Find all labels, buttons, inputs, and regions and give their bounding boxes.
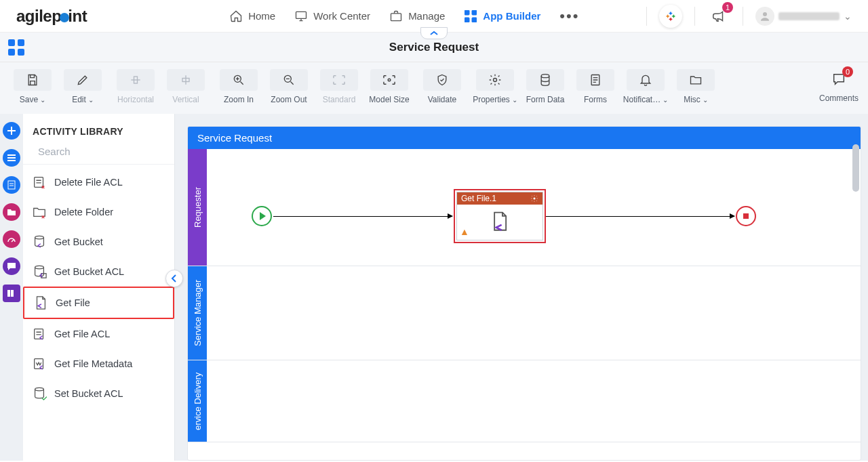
file-acl-get-icon <box>31 326 47 342</box>
nav-home[interactable]: Home <box>229 9 275 23</box>
svg-point-11 <box>388 79 391 81</box>
misc-button[interactable]: Misc⌄ <box>673 69 719 104</box>
align-horizontal-button[interactable]: Horizontal <box>113 69 159 104</box>
scrollbar-thumb[interactable] <box>852 144 859 192</box>
chevron-down-icon: ⌄ <box>88 96 94 104</box>
activity-item[interactable]: Delete Folder <box>23 197 174 227</box>
zoom-standard-button[interactable]: Standard <box>316 69 362 104</box>
lane-body[interactable] <box>207 360 861 442</box>
edge[interactable] <box>273 216 452 217</box>
fit-standard-icon <box>332 74 347 86</box>
rail-item-2[interactable] <box>3 176 20 194</box>
end-node[interactable] <box>736 206 756 226</box>
zoom-out-button[interactable]: Zoom Out <box>266 69 312 104</box>
plus-icon <box>7 126 16 135</box>
shield-check-icon <box>435 73 449 87</box>
nav-app-builder-label: App Builder <box>483 10 540 22</box>
nav-more[interactable]: ••• <box>559 7 579 25</box>
activity-item[interactable]: Set Bucket ACL <box>23 379 174 408</box>
nav-work-center-label: Work Center <box>313 10 370 22</box>
zoom-out-icon <box>282 73 296 87</box>
divider <box>646 7 647 26</box>
properties-button[interactable]: Properties⌄ <box>472 69 518 104</box>
align-vertical-button[interactable]: Vertical <box>163 69 209 104</box>
svg-point-26 <box>534 198 536 200</box>
activity-item-get-file[interactable]: Get File <box>23 287 174 319</box>
file-metadata-icon <box>31 356 47 372</box>
save-button[interactable]: Save⌄ <box>9 69 56 104</box>
app-switcher-button[interactable] <box>8 39 24 56</box>
bucket-get-icon <box>31 234 47 250</box>
zoom-in-icon <box>232 73 245 87</box>
notifications-button[interactable]: Notificat…⌄ <box>623 69 669 104</box>
align-vertical-icon <box>179 73 193 87</box>
zoom-model-button[interactable]: Model Size <box>366 69 412 104</box>
nav-right: 1 ⌄ <box>646 5 852 28</box>
search-input[interactable] <box>38 146 167 157</box>
svg-rect-5 <box>472 18 477 22</box>
collapse-top-button[interactable] <box>420 27 448 39</box>
rail-item-3[interactable] <box>3 203 20 221</box>
lane-service-delivery: ervice Delivery <box>188 360 861 442</box>
lane-label[interactable]: Requester <box>188 149 207 266</box>
activity-item[interactable]: Get Bucket <box>23 227 174 257</box>
gear-icon <box>488 73 502 87</box>
logo-dot-icon <box>60 13 69 22</box>
user-menu[interactable]: ⌄ <box>755 7 852 26</box>
gear-small-icon[interactable] <box>530 194 538 203</box>
left-rail <box>0 114 23 461</box>
rail-item-6[interactable] <box>3 285 20 302</box>
activity-item[interactable]: Delete File ACL <box>23 167 174 197</box>
lane-body[interactable] <box>207 266 861 360</box>
edit-button[interactable]: Edit⌄ <box>60 69 106 104</box>
edge[interactable] <box>546 216 734 217</box>
activity-item[interactable]: Get Bucket ACL <box>23 257 174 287</box>
lane-requester: Requester Get File.1 ▲ <box>188 149 861 266</box>
monitor-icon <box>294 9 308 23</box>
divider <box>743 7 743 26</box>
lane-label[interactable]: Service Manager <box>188 266 207 360</box>
form-data-button[interactable]: Form Data <box>522 69 568 104</box>
activity-node-get-file[interactable]: Get File.1 ▲ <box>454 189 546 243</box>
svg-point-25 <box>35 387 44 391</box>
validate-button[interactable]: Validate <box>419 69 465 104</box>
activity-search[interactable] <box>23 145 174 165</box>
svg-rect-4 <box>465 18 469 22</box>
comments-badge: 0 <box>842 66 853 77</box>
lines-icon <box>7 154 16 162</box>
activity-label: Get File.1 <box>461 194 496 203</box>
chevron-down-icon: ⌄ <box>663 96 668 104</box>
start-node[interactable] <box>252 206 272 226</box>
rail-item-4[interactable] <box>3 230 20 248</box>
lane-label[interactable]: ervice Delivery <box>188 360 207 442</box>
svg-point-6 <box>763 12 767 16</box>
fit-model-icon <box>382 74 397 86</box>
canvas-wrap: Service Request Requester Get File.1 <box>175 114 868 461</box>
lane-body[interactable]: Get File.1 ▲ <box>207 149 861 266</box>
swimlanes: Requester Get File.1 ▲ <box>188 149 861 442</box>
nav-app-builder[interactable]: App Builder <box>464 9 540 23</box>
svg-rect-1 <box>391 13 401 20</box>
page-title: Service Request <box>389 41 479 54</box>
rail-item-5[interactable] <box>3 257 20 275</box>
activity-sidebar: ACTIVITY LIBRARY Delete File ACL Delete … <box>23 114 175 461</box>
integrations-button[interactable] <box>659 5 682 28</box>
nav-manage[interactable]: Manage <box>389 9 445 23</box>
save-icon <box>26 73 39 87</box>
forms-button[interactable]: Forms <box>572 69 618 104</box>
svg-rect-17 <box>11 290 14 297</box>
align-horizontal-icon <box>129 73 142 87</box>
announcements-button[interactable]: 1 <box>707 5 730 28</box>
pinwheel-icon <box>665 10 677 22</box>
zoom-in-button[interactable]: Zoom In <box>216 69 262 104</box>
svg-point-20 <box>35 236 44 239</box>
rail-add-button[interactable] <box>3 122 20 140</box>
comments-button[interactable]: 0 Comments <box>819 69 859 103</box>
nav-work-center[interactable]: Work Center <box>294 9 370 23</box>
activity-item[interactable]: Get File Metadata <box>23 349 174 379</box>
user-name <box>778 12 840 20</box>
process-canvas[interactable]: Service Request Requester Get File.1 <box>187 126 861 461</box>
chevron-down-icon: ⌄ <box>512 96 517 104</box>
rail-item-1[interactable] <box>3 149 20 167</box>
activity-item[interactable]: Get File ACL <box>23 319 174 349</box>
